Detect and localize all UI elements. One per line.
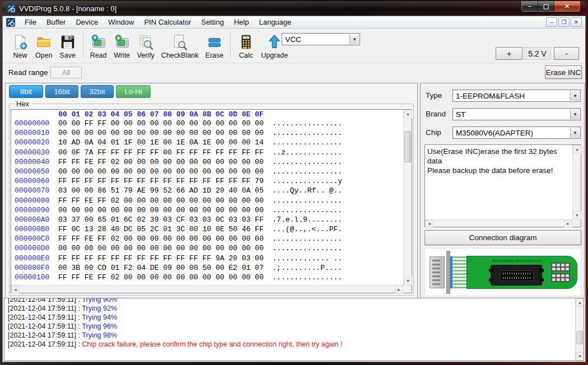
- menu-item-file[interactable]: File: [20, 17, 41, 27]
- maximize-button[interactable]: ▢: [538, 1, 554, 11]
- toolbar-button-checkblank[interactable]: CheckBlank: [158, 30, 202, 60]
- hex-address: 00000080: [15, 196, 49, 205]
- log-message: Trying 92%: [82, 305, 117, 312]
- adapter-pcb-label: M35080/D80 ADAPTER V1.0: [480, 259, 553, 263]
- hex-bytes: FF FF FE FF 02 00 00 00 00 00 00 00 00 0…: [58, 196, 264, 205]
- window-title: VVDIProg 5.0.8 - [noname : 0]: [19, 4, 116, 13]
- mdi-minimize-button[interactable]: –: [546, 17, 557, 27]
- chevron-down-icon[interactable]: ▼: [570, 91, 580, 101]
- tab-16bit[interactable]: 16bit: [45, 85, 78, 98]
- menu-item-device[interactable]: Device: [71, 17, 103, 27]
- mdi-restore-button[interactable]: ❐: [558, 17, 570, 27]
- hex-bytes: FF 0C 13 28 40 DC 05 2C 01 3C 00 10 0E 5…: [58, 225, 264, 233]
- menu-item-language[interactable]: Language: [254, 17, 296, 27]
- chevron-down-icon[interactable]: ▼: [570, 109, 580, 119]
- log-entry: [2021-12-04 17:59:11] : Trying 90%: [8, 298, 573, 304]
- scroll-down-icon[interactable]: ▼: [576, 352, 584, 361]
- write-icon: [114, 31, 130, 50]
- chevron-down-icon[interactable]: ▼: [570, 128, 580, 138]
- toolbar-button-write[interactable]: Write: [110, 30, 134, 60]
- scroll-up-icon[interactable]: ▲: [576, 298, 584, 307]
- type-select[interactable]: 1-EEPROM&FLASH ▼: [452, 90, 581, 102]
- scroll-up-icon[interactable]: ▲: [404, 110, 412, 118]
- hex-row: 00000010 00 00 00 00 00 00 00 00 00 00 0…: [11, 129, 403, 138]
- log-timestamp: [2021-12-04 17:59:11] :: [8, 340, 82, 348]
- hex-address: 00000090: [15, 206, 49, 214]
- log-panel: [2021-12-04 17:59:11] : Trying 90%[2021-…: [4, 298, 584, 361]
- hex-bytes: 03 00 00 86 51 79 AE 99 52 66 AD 1D 20 4…: [58, 186, 264, 195]
- info-horizontal-scrollbar[interactable]: ◄ ►: [425, 219, 572, 227]
- toolbar-button-new[interactable]: New: [8, 30, 32, 60]
- hex-address: 000000D0: [15, 244, 49, 252]
- menu-item-window[interactable]: Window: [103, 17, 139, 27]
- menu-item-pin-calculator[interactable]: PIN Calculator: [139, 17, 196, 27]
- hex-vscroll-thumb[interactable]: [404, 131, 411, 162]
- toolbar-button-label: Erase: [206, 52, 224, 59]
- scroll-left-icon[interactable]: ◄: [425, 220, 433, 227]
- read-range-select[interactable]: All: [50, 67, 82, 78]
- voltage-plus-button[interactable]: +: [496, 47, 522, 60]
- hex-editor-panel: 8bit16bit32bitLo-Hi Hex 00 01 02 03 04 0…: [5, 83, 418, 298]
- brand-select[interactable]: ST ▼: [452, 108, 581, 120]
- scroll-down-icon[interactable]: ▼: [404, 277, 412, 285]
- hex-row: 00000000 00 00 FF FF 00 00 00 00 00 00 0…: [11, 119, 403, 129]
- log-vscroll-thumb[interactable]: [576, 331, 583, 344]
- toolbar-button-erase[interactable]: Erase: [202, 30, 227, 60]
- chip-select[interactable]: M35080V6(ADAPTER) ▼: [452, 127, 581, 139]
- hex-vertical-scrollbar[interactable]: ▲ ▼: [403, 110, 412, 285]
- scroll-down-icon[interactable]: ▼: [573, 211, 581, 219]
- hex-address: 00000020: [15, 138, 49, 147]
- socket-slot: [500, 270, 534, 281]
- connection-diagram-button[interactable]: Connection diagram: [424, 230, 581, 245]
- mdi-close-button[interactable]: ✕: [571, 17, 582, 27]
- close-button[interactable]: ✕: [554, 1, 580, 11]
- hex-row: 00000070 03 00 00 86 51 79 AE 99 52 66 A…: [11, 186, 403, 196]
- scroll-right-icon[interactable]: ►: [564, 220, 572, 227]
- brand-selected-value: ST: [456, 110, 465, 119]
- log-entry: [2021-12-04 17:59:11] : Chip crack failu…: [8, 340, 573, 349]
- toolbar-button-read[interactable]: Read: [87, 30, 110, 60]
- toolbar-button-label: Open: [35, 52, 53, 59]
- menu-item-help[interactable]: Help: [229, 17, 254, 27]
- verify-icon: [137, 31, 154, 50]
- client-area: FileBufferDeviceWindowPIN CalculatorSett…: [2, 16, 586, 362]
- log-timestamp: [2021-12-04 17:59:11] :: [8, 313, 82, 321]
- tab-lo-hi[interactable]: Lo-Hi: [116, 85, 151, 98]
- hex-bytes: 10 AD 0A 04 01 1F 00 1E 00 1E 0A 1E 00 0…: [58, 138, 264, 147]
- hex-horizontal-scrollbar[interactable]: ◄ ►: [11, 285, 403, 293]
- toolbar-button-verify[interactable]: Verify: [134, 30, 158, 60]
- menu-item-buffer[interactable]: Buffer: [41, 17, 71, 27]
- hex-row: 000000F0 00 3B 00 CD 01 F2 04 DE 09 00 0…: [11, 264, 403, 273]
- toolbar-button-open[interactable]: Open: [32, 30, 56, 60]
- hex-bytes: 00 00 FF FF 00 00 00 00 00 00 00 00 00 0…: [58, 119, 264, 128]
- hex-ascii: ................: [272, 206, 342, 214]
- hex-row: 00000020 10 AD 0A 04 01 1F 00 1E 00 1E 0…: [11, 138, 403, 148]
- log-message: Chip crack failure, please confirm the c…: [82, 340, 343, 348]
- log-content: [2021-12-04 17:59:11] : Trying 90%[2021-…: [8, 298, 573, 349]
- log-vertical-scrollbar[interactable]: ▲ ▼: [575, 298, 584, 361]
- info-vertical-scrollbar[interactable]: ▲ ▼: [572, 145, 581, 219]
- toolbar-separator: [83, 32, 83, 58]
- bit-mode-tabs: 8bit16bit32bitLo-Hi: [9, 85, 151, 98]
- adapter-chip-socket: [491, 265, 542, 286]
- hex-address: 00000000: [15, 119, 49, 128]
- scroll-up-icon[interactable]: ▲: [573, 145, 581, 153]
- toolbar-button-label: CheckBlank: [161, 52, 199, 59]
- erase-inc-button[interactable]: Erase INC: [545, 65, 582, 79]
- voltage-minus-button[interactable]: -: [554, 47, 579, 60]
- hex-column-header: 00 01 02 03 04 05 06 07 08 09 0A 0B 0C 0…: [11, 110, 412, 119]
- scroll-left-icon[interactable]: ◄: [11, 286, 20, 293]
- minimize-button[interactable]: –: [522, 1, 538, 11]
- tab-8bit[interactable]: 8bit: [9, 85, 43, 98]
- toolbar-buttons: NewOpenSaveReadWriteVerifyCheckBlankEras…: [8, 30, 291, 60]
- hex-ascii: ................: [272, 235, 342, 243]
- toolbar-button-calc[interactable]: Calc: [234, 30, 258, 60]
- vcc-select[interactable]: VCC ▼: [282, 33, 360, 45]
- toolbar-button-save[interactable]: Save: [56, 30, 80, 60]
- menu-item-setting[interactable]: Setting: [196, 17, 228, 27]
- tab-32bit[interactable]: 32bit: [81, 85, 114, 98]
- read-range-label: Read range: [8, 68, 48, 77]
- scroll-right-icon[interactable]: ►: [395, 286, 403, 293]
- hex-list[interactable]: 00 01 02 03 04 05 06 07 08 09 0A 0B 0C 0…: [11, 109, 412, 293]
- chevron-down-icon[interactable]: ▼: [349, 34, 359, 44]
